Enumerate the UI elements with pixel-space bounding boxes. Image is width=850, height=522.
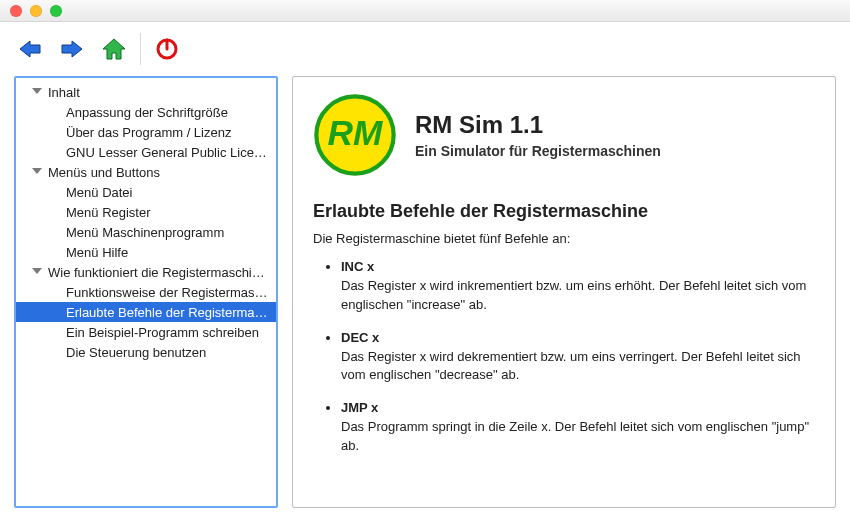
power-button[interactable] xyxy=(151,33,183,65)
nav-item[interactable]: Funktionsweise der Registermas… xyxy=(16,282,276,302)
command-list: INC xDas Register x wird inkrementiert b… xyxy=(313,258,815,456)
command-name: DEC x xyxy=(341,330,379,345)
home-icon xyxy=(101,36,127,62)
nav-section-label: Inhalt xyxy=(48,85,80,100)
svg-marker-0 xyxy=(20,41,40,57)
arrow-left-icon xyxy=(17,36,43,62)
nav-item-label: Funktionsweise der Registermas… xyxy=(66,285,268,300)
nav-section[interactable]: Inhalt xyxy=(16,82,276,102)
nav-item-label: Erlaubte Befehle der Registerma… xyxy=(66,305,268,320)
disclosure-triangle-icon xyxy=(30,266,42,278)
command-item: DEC xDas Register x wird dekrementiert b… xyxy=(341,329,815,386)
hero: RM RM Sim 1.1 Ein Simulator für Register… xyxy=(313,93,815,177)
nav-item[interactable]: Menü Register xyxy=(16,202,276,222)
window-minimize-button[interactable] xyxy=(30,5,42,17)
nav-section[interactable]: Wie funktioniert die Registermaschi… xyxy=(16,262,276,282)
nav-item[interactable]: Menü Datei xyxy=(16,182,276,202)
app-subtitle: Ein Simulator für Registermaschinen xyxy=(415,143,661,159)
nav-item-label: Menü Hilfe xyxy=(66,245,128,260)
nav-item-label: Menü Register xyxy=(66,205,151,220)
power-icon xyxy=(155,37,179,61)
nav-item[interactable]: Menü Maschinenprogramm xyxy=(16,222,276,242)
command-name: JMP x xyxy=(341,400,378,415)
nav-item[interactable]: GNU Lesser General Public Lice… xyxy=(16,142,276,162)
command-desc: Das Register x wird inkrementiert bzw. u… xyxy=(341,278,806,312)
command-desc: Das Register x wird dekrementiert bzw. u… xyxy=(341,349,801,383)
nav-item[interactable]: Anpassung der Schriftgröße xyxy=(16,102,276,122)
nav-item[interactable]: Ein Beispiel-Programm schreiben xyxy=(16,322,276,342)
home-button[interactable] xyxy=(98,33,130,65)
command-item: INC xDas Register x wird inkrementiert b… xyxy=(341,258,815,315)
nav-item-label: GNU Lesser General Public Lice… xyxy=(66,145,267,160)
svg-marker-1 xyxy=(62,41,82,57)
window-close-button[interactable] xyxy=(10,5,22,17)
nav-item-label: Menü Maschinenprogramm xyxy=(66,225,224,240)
titlebar xyxy=(0,0,850,22)
nav-section-label: Menüs und Buttons xyxy=(48,165,160,180)
arrow-right-icon xyxy=(59,36,85,62)
app-title: RM Sim 1.1 xyxy=(415,111,661,139)
section-heading: Erlaubte Befehle der Registermaschine xyxy=(313,201,815,222)
toolbar xyxy=(0,22,850,76)
toolbar-separator xyxy=(140,33,141,65)
nav-item-label: Anpassung der Schriftgröße xyxy=(66,105,228,120)
back-button[interactable] xyxy=(14,33,46,65)
disclosure-triangle-icon xyxy=(30,86,42,98)
forward-button[interactable] xyxy=(56,33,88,65)
content-area: InhaltAnpassung der SchriftgrößeÜber das… xyxy=(0,76,850,522)
help-nav-tree[interactable]: InhaltAnpassung der SchriftgrößeÜber das… xyxy=(14,76,278,508)
app-logo: RM xyxy=(313,93,397,177)
command-desc: Das Programm springt in die Zeile x. Der… xyxy=(341,419,809,453)
nav-item-label: Über das Programm / Lizenz xyxy=(66,125,231,140)
command-item: JMP xDas Programm springt in die Zeile x… xyxy=(341,399,815,456)
nav-item[interactable]: Über das Programm / Lizenz xyxy=(16,122,276,142)
nav-item[interactable]: Menü Hilfe xyxy=(16,242,276,262)
command-name: INC x xyxy=(341,259,374,274)
nav-section[interactable]: Menüs und Buttons xyxy=(16,162,276,182)
window-maximize-button[interactable] xyxy=(50,5,62,17)
nav-section-label: Wie funktioniert die Registermaschi… xyxy=(48,265,265,280)
svg-marker-2 xyxy=(103,39,125,59)
nav-item-label: Die Steuerung benutzen xyxy=(66,345,206,360)
svg-text:RM: RM xyxy=(328,113,383,152)
nav-item-label: Ein Beispiel-Programm schreiben xyxy=(66,325,259,340)
section-intro: Die Registermaschine bietet fünf Befehle… xyxy=(313,230,815,248)
help-detail-pane: RM RM Sim 1.1 Ein Simulator für Register… xyxy=(292,76,836,508)
nav-item[interactable]: Die Steuerung benutzen xyxy=(16,342,276,362)
nav-item[interactable]: Erlaubte Befehle der Registerma… xyxy=(16,302,276,322)
disclosure-triangle-icon xyxy=(30,166,42,178)
nav-item-label: Menü Datei xyxy=(66,185,132,200)
